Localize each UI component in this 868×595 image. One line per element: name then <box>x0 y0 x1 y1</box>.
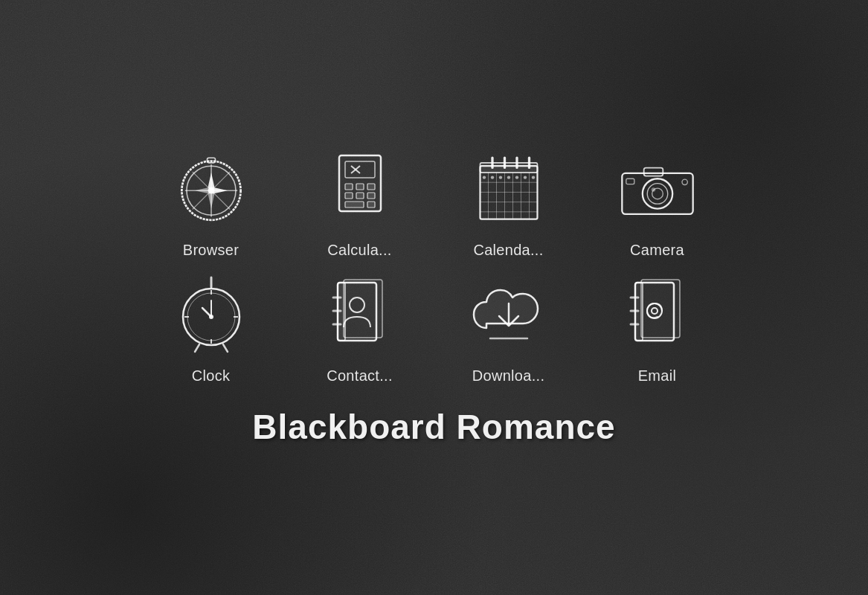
contacts-icon <box>319 274 401 356</box>
svg-point-65 <box>209 315 213 319</box>
svg-rect-17 <box>356 184 364 190</box>
svg-point-46 <box>523 176 526 178</box>
svg-rect-19 <box>345 193 353 199</box>
calendar-label: Calenda... <box>473 242 543 259</box>
svg-rect-21 <box>367 193 375 199</box>
svg-point-55 <box>682 179 687 184</box>
email-icon <box>617 274 698 356</box>
svg-rect-16 <box>345 184 353 190</box>
camera-icon <box>617 148 698 230</box>
svg-point-47 <box>531 176 534 178</box>
svg-point-44 <box>507 176 509 178</box>
download-icon-item[interactable]: Downloa... <box>457 274 561 385</box>
email-label: Email <box>638 367 677 385</box>
contacts-icon-item[interactable]: Contact... <box>308 274 412 385</box>
icon-row-1: Browser <box>159 148 710 259</box>
svg-point-53 <box>651 187 655 191</box>
calculator-label: Calcula... <box>327 242 391 259</box>
clock-label: Clock <box>192 367 231 385</box>
svg-line-66 <box>195 344 199 352</box>
icon-row-2: Clock <box>159 274 710 385</box>
svg-point-11 <box>208 187 214 194</box>
browser-icon-item[interactable]: Browser <box>159 148 263 259</box>
download-icon <box>468 274 550 356</box>
svg-point-43 <box>498 176 501 178</box>
calculator-icon-item[interactable]: Calcula... <box>308 148 412 259</box>
svg-point-45 <box>515 176 518 178</box>
main-title: Blackboard Romance <box>252 407 615 447</box>
calendar-icon <box>468 148 550 230</box>
download-label: Downloa... <box>472 367 545 385</box>
email-icon-item[interactable]: Email <box>605 274 710 385</box>
svg-rect-54 <box>626 178 634 184</box>
svg-point-51 <box>647 184 668 204</box>
title-area: Blackboard Romance <box>252 407 615 447</box>
svg-rect-18 <box>367 184 375 190</box>
clock-icon-item[interactable]: Clock <box>159 274 263 385</box>
clock-icon <box>170 274 252 356</box>
calendar-icon-item[interactable]: Calenda... <box>457 148 561 259</box>
browser-label: Browser <box>183 242 239 259</box>
svg-point-41 <box>482 176 485 178</box>
svg-point-42 <box>490 176 493 178</box>
icons-container: Browser <box>159 148 710 385</box>
contacts-label: Contact... <box>327 367 393 385</box>
svg-rect-13 <box>345 161 375 178</box>
svg-rect-23 <box>367 202 375 208</box>
svg-line-67 <box>223 344 228 352</box>
svg-rect-22 <box>345 202 364 208</box>
camera-icon-item[interactable]: Camera <box>605 148 710 259</box>
svg-rect-24 <box>480 166 537 219</box>
camera-label: Camera <box>630 242 684 259</box>
calculator-icon <box>319 148 401 230</box>
svg-rect-49 <box>643 168 663 176</box>
browser-icon <box>170 148 252 230</box>
svg-rect-20 <box>356 193 364 199</box>
